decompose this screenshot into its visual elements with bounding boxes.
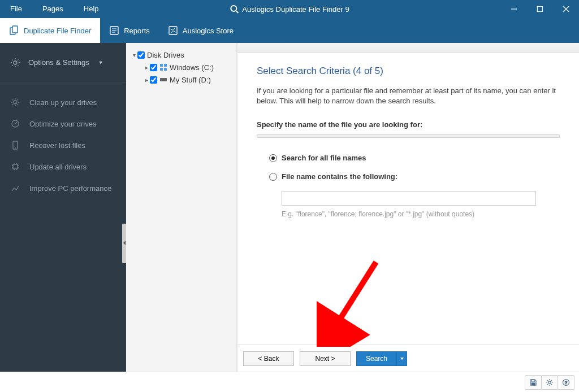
tree-label: Windows (C:) [170,63,214,72]
file-name-input[interactable] [282,191,536,206]
close-button[interactable] [553,0,579,18]
search-button[interactable]: Search [356,351,407,366]
gear-icon [10,58,20,68]
tree-label: My Stuff (D:) [170,76,211,84]
store-icon [168,25,178,36]
svg-rect-30 [532,383,535,385]
sidebar-item-recover[interactable]: Recover lost files [0,134,126,156]
hdd-drive-icon [159,76,167,84]
sidebar-item-label: Improve PC performance [29,184,111,193]
tab-duplicate-file-finder[interactable]: Duplicate File Finder [0,18,100,43]
svg-rect-3 [538,7,543,12]
sidebar-item-optimize[interactable]: Optimize your drives [0,113,126,134]
phone-icon [10,140,20,150]
menu-pages[interactable]: Pages [32,0,74,18]
back-button[interactable]: < Back [243,351,294,366]
report-icon [109,25,119,36]
sidebar-item-improve[interactable]: Improve PC performance [0,177,126,199]
annotation-arrow-icon [317,256,384,347]
sidebar: Options & Settings ▼ Clean up your drive… [0,43,126,372]
radio-icon [269,154,277,162]
sidebar-options-settings[interactable]: Options & Settings ▼ [0,43,126,82]
window-title-text: Auslogics Duplicate File Finder 9 [242,5,349,14]
window-title: Auslogics Duplicate File Finder 9 [230,5,349,14]
search-button-dropdown[interactable] [396,352,407,365]
save-icon [529,378,537,386]
tree-checkbox-d[interactable] [150,76,157,84]
tab-label: Reports [124,27,150,35]
tree-node-disk-drives[interactable]: ▾ Disk Drives [131,49,232,61]
footer-save-button[interactable] [525,375,542,390]
sidebar-item-label: Recover lost files [29,141,85,150]
search-button-label: Search [366,355,387,363]
gear-icon [546,378,554,386]
tab-reports[interactable]: Reports [100,18,159,43]
expand-icon: ▸ [143,64,150,71]
menu-file[interactable]: File [0,0,32,18]
collapse-icon: ▾ [131,52,137,58]
wizard-button-bar: < Back Next > Search [237,345,579,372]
sidebar-item-label: Update all drivers [29,163,87,171]
section-divider [257,134,560,138]
chevron-down-icon: ▼ [98,60,103,66]
tree-checkbox-c[interactable] [150,64,157,71]
svg-rect-7 [12,26,18,33]
copy-icon [9,25,19,36]
tab-label: Auslogics Store [183,27,234,35]
tree-node-drive-d[interactable]: ▸ My Stuff (D:) [143,73,232,86]
svg-point-0 [231,6,236,11]
tree-checkbox-root[interactable] [137,51,145,59]
radio-icon [269,173,277,181]
gauge-icon [10,119,20,129]
minimize-button[interactable] [501,0,527,18]
help-icon: ? [562,378,570,386]
svg-point-16 [14,61,17,64]
tab-auslogics-store[interactable]: Auslogics Store [159,18,243,43]
svg-point-31 [548,381,551,383]
svg-text:?: ? [565,380,568,385]
tab-label: Duplicate File Finder [24,27,91,35]
menu-help[interactable]: Help [74,0,109,18]
window-controls [501,0,579,18]
expand-icon: ▸ [143,77,150,83]
tree-node-drive-c[interactable]: ▸ Windows (C:) [143,61,232,73]
footer-help-button[interactable]: ? [558,375,574,390]
svg-rect-29 [532,380,534,382]
content-header-shade [237,43,579,53]
section-label: Specify the name of the file you are loo… [257,120,560,129]
toolbar: Duplicate File Finder Reports Auslogics … [0,18,579,43]
radio-name-contains[interactable]: File name contains the following: [269,172,560,181]
windows-drive-icon [159,63,167,71]
sun-icon [10,97,20,107]
maximize-button[interactable] [527,0,553,18]
next-button[interactable]: Next > [300,351,351,366]
sidebar-item-drivers[interactable]: Update all drivers [0,156,126,177]
input-hint-text: E.g. "florence", "florence; florence.jpg… [282,210,560,218]
main-area: Options & Settings ▼ Clean up your drive… [0,43,579,372]
svg-rect-23 [160,64,163,67]
svg-rect-25 [160,68,163,71]
svg-line-19 [15,122,17,124]
sidebar-item-label: Clean up your drives [29,98,97,107]
svg-point-13 [171,29,172,30]
sidebar-item-label: Optimize your drives [29,120,96,128]
svg-rect-22 [13,164,18,169]
footer-settings-button[interactable] [541,375,558,390]
sidebar-suggestions: Clean up your drives Optimize your drive… [0,82,126,199]
radio-label: Search for all file names [282,154,366,162]
tree-label: Disk Drives [147,51,184,59]
app-logo-icon [230,5,239,14]
radio-label: File name contains the following: [282,172,397,181]
content-inner: Select Search Criteria (4 of 5) If you a… [237,53,579,345]
svg-point-14 [174,31,175,32]
sidebar-item-cleanup[interactable]: Clean up your drives [0,92,126,113]
svg-line-28 [332,262,376,331]
radio-search-all[interactable]: Search for all file names [269,154,560,162]
sidebar-options-label: Options & Settings [28,58,89,67]
svg-point-17 [14,101,17,104]
menu-bar: File Pages Help [0,0,109,18]
svg-line-1 [236,11,238,13]
page-intro-text: If you are looking for a particular file… [257,86,560,106]
chart-icon [10,183,20,193]
svg-rect-24 [164,64,167,67]
